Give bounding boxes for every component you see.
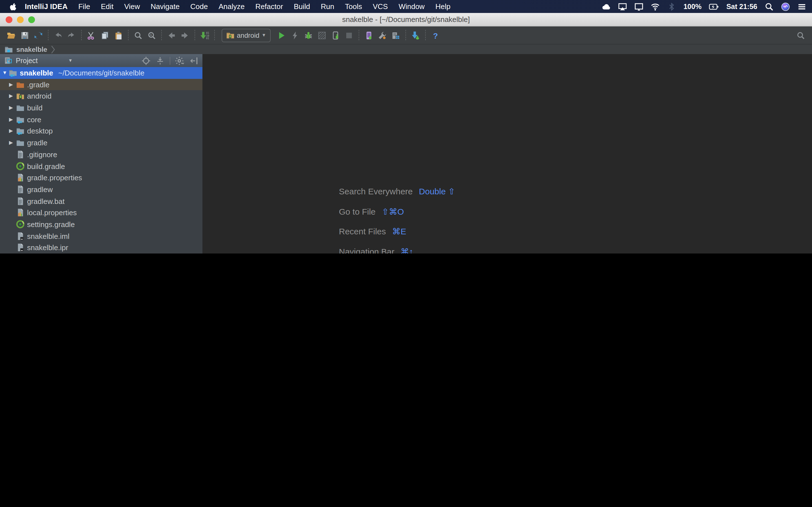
display-icon[interactable] — [635, 2, 644, 11]
replace-icon[interactable]: A — [145, 29, 158, 42]
tree-row[interactable]: local.properties — [0, 207, 202, 219]
open-icon[interactable] — [4, 29, 18, 42]
tree-row[interactable]: ▶build — [0, 102, 202, 114]
tree-item-label: android — [27, 91, 52, 102]
help-icon[interactable]: ? — [428, 29, 442, 42]
tree-row[interactable]: build.gradle — [0, 160, 202, 172]
tree-row[interactable]: ▼snakelble~/Documents/git/snakelble — [0, 67, 202, 78]
menu-view[interactable]: View — [124, 2, 140, 11]
tree-row[interactable]: ▶core — [0, 114, 202, 125]
app-menu[interactable]: IntelliJ IDEA — [25, 2, 68, 11]
project-panel-title: Project — [16, 57, 38, 64]
paste-icon[interactable] — [112, 29, 125, 42]
menu-help[interactable]: Help — [435, 2, 451, 11]
find-icon[interactable] — [132, 29, 145, 42]
toolbar-separator — [161, 30, 162, 41]
toolbar-separator — [48, 30, 49, 41]
battery-icon[interactable] — [709, 3, 719, 10]
tree-item-label: desktop — [27, 125, 53, 137]
menu-window[interactable]: Window — [399, 2, 425, 11]
apple-menu-icon[interactable] — [9, 2, 17, 11]
menu-analyze[interactable]: Analyze — [218, 2, 245, 11]
menu-navigate[interactable]: Navigate — [151, 2, 180, 11]
run-icon[interactable] — [274, 29, 288, 42]
back-icon[interactable] — [165, 29, 178, 42]
settings-gear-icon[interactable] — [175, 56, 185, 65]
tree-row[interactable]: ▶desktop — [0, 125, 202, 137]
tree-row[interactable]: ▶android — [0, 91, 202, 102]
copy-icon[interactable] — [98, 29, 112, 42]
tree-collapsed-arrow-icon[interactable]: ▶ — [9, 91, 13, 102]
hide-panel-icon[interactable] — [190, 56, 199, 65]
siri-icon[interactable] — [781, 2, 790, 11]
menu-bar-clock[interactable]: Sat 21:56 — [726, 3, 757, 10]
attach-debugger-icon[interactable] — [288, 29, 302, 42]
coverage-icon[interactable] — [315, 29, 329, 42]
stop-icon[interactable] — [342, 29, 356, 42]
forward-icon[interactable] — [178, 29, 192, 42]
gradle-sync-icon[interactable] — [389, 29, 403, 42]
menu-vcs[interactable]: VCS — [373, 2, 388, 11]
cut-icon[interactable] — [85, 29, 98, 42]
update-project-icon[interactable]: 011001 — [198, 29, 211, 42]
tree-row[interactable]: gradle.properties — [0, 172, 202, 183]
tree-item-path: ~/Documents/git/snakelble — [58, 69, 145, 77]
onedrive-cloud-icon[interactable] — [602, 2, 611, 11]
tree-row[interactable]: ▶gradle — [0, 137, 202, 149]
sync-icon[interactable] — [32, 29, 45, 42]
tree-collapsed-arrow-icon[interactable]: ▶ — [9, 125, 13, 137]
svg-text:?: ? — [433, 31, 438, 40]
wifi-icon[interactable] — [651, 2, 660, 11]
tree-expanded-arrow-icon[interactable]: ▼ — [2, 67, 7, 78]
notification-center-icon[interactable] — [797, 2, 806, 11]
menu-refactor[interactable]: Refactor — [255, 2, 283, 11]
folder-orange-icon — [16, 80, 25, 91]
tree-row[interactable]: snakelble.iml — [0, 230, 202, 242]
run-config-selector[interactable]: android ▼ — [221, 29, 271, 42]
tree-collapsed-arrow-icon[interactable]: ▶ — [9, 78, 13, 90]
tree-collapsed-arrow-icon[interactable]: ▶ — [9, 114, 13, 125]
tree-row[interactable]: snakelble.ipr — [0, 242, 202, 253]
menu-build[interactable]: Build — [294, 2, 310, 11]
chevron-down-icon[interactable]: ▼ — [68, 58, 73, 63]
project-tool-window-header[interactable]: Project ▼ — [0, 54, 202, 67]
tree-row[interactable]: settings.gradle — [0, 219, 202, 230]
tree-collapsed-arrow-icon[interactable]: ▶ — [9, 137, 13, 149]
undo-icon[interactable] — [51, 29, 65, 42]
redo-icon[interactable] — [65, 29, 79, 42]
locate-icon[interactable] — [142, 56, 151, 65]
android-update-icon[interactable] — [409, 29, 422, 42]
shortcut-hint-row: Recent Files⌘E — [339, 222, 455, 242]
menu-file[interactable]: File — [79, 2, 90, 11]
tree-row[interactable]: gradlew.bat — [0, 195, 202, 207]
tree-row[interactable]: ▶.gradle — [0, 78, 202, 90]
bluetooth-icon[interactable] — [667, 2, 676, 11]
menu-run[interactable]: Run — [321, 2, 335, 11]
sdk-manager-icon[interactable] — [375, 29, 389, 42]
menu-bar-right-icons — [765, 2, 806, 11]
folder-android-icon — [16, 92, 25, 102]
workspace: Project ▼ ▼snakelble~/Documents/git/snak… — [0, 54, 812, 253]
collapse-all-icon[interactable] — [156, 56, 165, 65]
tree-item-label: .gitignore — [27, 149, 57, 160]
breadcrumb-chevron-icon — [50, 45, 55, 53]
menu-edit[interactable]: Edit — [101, 2, 114, 11]
spotlight-icon[interactable] — [765, 2, 774, 11]
shortcut-keys: Double ⇧ — [419, 186, 455, 196]
project-folder-icon — [4, 45, 13, 54]
menu-tools[interactable]: Tools — [345, 2, 362, 11]
search-icon[interactable] — [794, 29, 808, 42]
toolbar-separator — [128, 30, 129, 41]
avd-manager-icon[interactable] — [362, 29, 375, 42]
device-debug-icon[interactable] — [329, 29, 342, 42]
breadcrumb[interactable]: snakelble — [16, 45, 47, 53]
tree-row[interactable]: gradlew — [0, 184, 202, 195]
editor-area[interactable]: Search EverywhereDouble ⇧Go to File⇧⌘ORe… — [202, 54, 812, 253]
tree-collapsed-arrow-icon[interactable]: ▶ — [9, 102, 13, 114]
debug-icon[interactable] — [302, 29, 315, 42]
menu-code[interactable]: Code — [190, 2, 208, 11]
tree-row[interactable]: .gitignore — [0, 149, 202, 160]
window-title-bar[interactable]: snakelble - [~/Documents/git/snakelble] — [0, 13, 812, 26]
save-icon[interactable] — [18, 29, 32, 42]
airplay-icon[interactable] — [618, 2, 627, 11]
